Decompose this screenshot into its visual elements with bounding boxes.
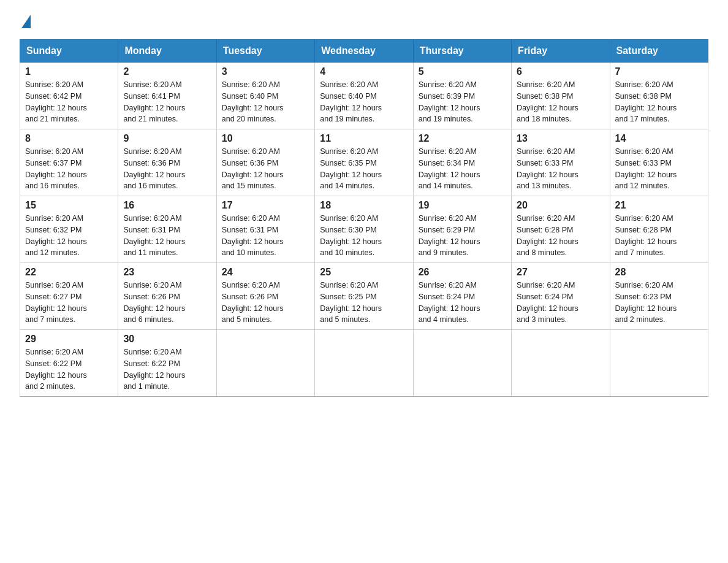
- day-info: Sunrise: 6:20 AMSunset: 6:33 PMDaylight:…: [615, 146, 703, 192]
- calendar-cell: 14 Sunrise: 6:20 AMSunset: 6:33 PMDaylig…: [610, 129, 708, 196]
- calendar-cell: 8 Sunrise: 6:20 AMSunset: 6:37 PMDayligh…: [20, 129, 118, 196]
- calendar-cell: [610, 330, 708, 397]
- calendar-cell: 11 Sunrise: 6:20 AMSunset: 6:35 PMDaylig…: [315, 129, 413, 196]
- col-header-tuesday: Tuesday: [216, 40, 314, 63]
- day-number: 2: [123, 66, 211, 77]
- calendar-cell: 24 Sunrise: 6:20 AMSunset: 6:26 PMDaylig…: [216, 263, 314, 330]
- day-number: 4: [320, 66, 408, 77]
- day-number: 8: [25, 133, 113, 144]
- day-number: 11: [320, 133, 408, 144]
- day-number: 22: [25, 267, 113, 278]
- calendar-cell: 19 Sunrise: 6:20 AMSunset: 6:29 PMDaylig…: [413, 196, 511, 263]
- day-number: 3: [222, 66, 309, 77]
- calendar-cell: 4 Sunrise: 6:20 AMSunset: 6:40 PMDayligh…: [315, 63, 413, 129]
- col-header-sunday: Sunday: [20, 40, 118, 63]
- day-number: 27: [517, 267, 604, 278]
- day-number: 25: [320, 267, 408, 278]
- calendar-cell: 20 Sunrise: 6:20 AMSunset: 6:28 PMDaylig…: [512, 196, 610, 263]
- day-info: Sunrise: 6:20 AMSunset: 6:26 PMDaylight:…: [222, 280, 309, 326]
- calendar-cell: 30 Sunrise: 6:20 AMSunset: 6:22 PMDaylig…: [118, 330, 216, 397]
- day-info: Sunrise: 6:20 AMSunset: 6:24 PMDaylight:…: [419, 280, 506, 326]
- col-header-thursday: Thursday: [413, 40, 511, 63]
- day-number: 24: [222, 267, 309, 278]
- day-info: Sunrise: 6:20 AMSunset: 6:32 PMDaylight:…: [25, 213, 113, 259]
- day-number: 29: [25, 334, 113, 345]
- calendar-cell: 15 Sunrise: 6:20 AMSunset: 6:32 PMDaylig…: [20, 196, 118, 263]
- day-info: Sunrise: 6:20 AMSunset: 6:31 PMDaylight:…: [222, 213, 309, 259]
- calendar-cell: 2 Sunrise: 6:20 AMSunset: 6:41 PMDayligh…: [118, 63, 216, 129]
- calendar-week-3: 15 Sunrise: 6:20 AMSunset: 6:32 PMDaylig…: [20, 196, 708, 263]
- calendar-week-4: 22 Sunrise: 6:20 AMSunset: 6:27 PMDaylig…: [20, 263, 708, 330]
- calendar-week-1: 1 Sunrise: 6:20 AMSunset: 6:42 PMDayligh…: [20, 63, 708, 129]
- calendar-cell: 21 Sunrise: 6:20 AMSunset: 6:28 PMDaylig…: [610, 196, 708, 263]
- calendar-table: SundayMondayTuesdayWednesdayThursdayFrid…: [20, 39, 708, 397]
- day-info: Sunrise: 6:20 AMSunset: 6:40 PMDaylight:…: [222, 79, 309, 125]
- day-number: 9: [123, 133, 211, 144]
- day-number: 17: [222, 200, 309, 211]
- calendar-cell: 22 Sunrise: 6:20 AMSunset: 6:27 PMDaylig…: [20, 263, 118, 330]
- calendar-cell: [216, 330, 314, 397]
- day-number: 18: [320, 200, 408, 211]
- calendar-cell: 25 Sunrise: 6:20 AMSunset: 6:25 PMDaylig…: [315, 263, 413, 330]
- col-header-monday: Monday: [118, 40, 216, 63]
- day-number: 16: [123, 200, 211, 211]
- day-info: Sunrise: 6:20 AMSunset: 6:28 PMDaylight:…: [517, 213, 604, 259]
- day-info: Sunrise: 6:20 AMSunset: 6:25 PMDaylight:…: [320, 280, 408, 326]
- day-info: Sunrise: 6:20 AMSunset: 6:27 PMDaylight:…: [25, 280, 113, 326]
- logo-arrow-icon: [21, 15, 31, 28]
- day-number: 20: [517, 200, 604, 211]
- logo: [20, 15, 32, 28]
- calendar-cell: 26 Sunrise: 6:20 AMSunset: 6:24 PMDaylig…: [413, 263, 511, 330]
- calendar-cell: 16 Sunrise: 6:20 AMSunset: 6:31 PMDaylig…: [118, 196, 216, 263]
- calendar-cell: 7 Sunrise: 6:20 AMSunset: 6:38 PMDayligh…: [610, 63, 708, 129]
- day-info: Sunrise: 6:20 AMSunset: 6:36 PMDaylight:…: [222, 146, 309, 192]
- day-info: Sunrise: 6:20 AMSunset: 6:22 PMDaylight:…: [25, 347, 113, 393]
- calendar-cell: [512, 330, 610, 397]
- day-number: 21: [615, 200, 703, 211]
- col-header-wednesday: Wednesday: [315, 40, 413, 63]
- day-number: 10: [222, 133, 309, 144]
- calendar-cell: 29 Sunrise: 6:20 AMSunset: 6:22 PMDaylig…: [20, 330, 118, 397]
- calendar-cell: 17 Sunrise: 6:20 AMSunset: 6:31 PMDaylig…: [216, 196, 314, 263]
- calendar-cell: 18 Sunrise: 6:20 AMSunset: 6:30 PMDaylig…: [315, 196, 413, 263]
- page-header: [20, 15, 708, 28]
- day-info: Sunrise: 6:20 AMSunset: 6:28 PMDaylight:…: [615, 213, 703, 259]
- calendar-cell: 6 Sunrise: 6:20 AMSunset: 6:38 PMDayligh…: [512, 63, 610, 129]
- calendar-cell: 5 Sunrise: 6:20 AMSunset: 6:39 PMDayligh…: [413, 63, 511, 129]
- day-info: Sunrise: 6:20 AMSunset: 6:26 PMDaylight:…: [123, 280, 211, 326]
- day-number: 13: [517, 133, 604, 144]
- day-number: 7: [615, 66, 703, 77]
- day-number: 14: [615, 133, 703, 144]
- day-info: Sunrise: 6:20 AMSunset: 6:35 PMDaylight:…: [320, 146, 408, 192]
- day-number: 6: [517, 66, 604, 77]
- col-header-saturday: Saturday: [610, 40, 708, 63]
- calendar-cell: [413, 330, 511, 397]
- day-number: 19: [419, 200, 506, 211]
- day-info: Sunrise: 6:20 AMSunset: 6:34 PMDaylight:…: [419, 146, 506, 192]
- day-info: Sunrise: 6:20 AMSunset: 6:38 PMDaylight:…: [615, 79, 703, 125]
- day-number: 26: [419, 267, 506, 278]
- col-header-friday: Friday: [512, 40, 610, 63]
- day-info: Sunrise: 6:20 AMSunset: 6:29 PMDaylight:…: [419, 213, 506, 259]
- calendar-cell: 13 Sunrise: 6:20 AMSunset: 6:33 PMDaylig…: [512, 129, 610, 196]
- day-info: Sunrise: 6:20 AMSunset: 6:37 PMDaylight:…: [25, 146, 113, 192]
- day-info: Sunrise: 6:20 AMSunset: 6:40 PMDaylight:…: [320, 79, 408, 125]
- day-info: Sunrise: 6:20 AMSunset: 6:23 PMDaylight:…: [615, 280, 703, 326]
- day-info: Sunrise: 6:20 AMSunset: 6:22 PMDaylight:…: [123, 347, 211, 393]
- day-info: Sunrise: 6:20 AMSunset: 6:42 PMDaylight:…: [25, 79, 113, 125]
- day-info: Sunrise: 6:20 AMSunset: 6:31 PMDaylight:…: [123, 213, 211, 259]
- day-number: 1: [25, 66, 113, 77]
- calendar-cell: [315, 330, 413, 397]
- calendar-week-2: 8 Sunrise: 6:20 AMSunset: 6:37 PMDayligh…: [20, 129, 708, 196]
- day-info: Sunrise: 6:20 AMSunset: 6:33 PMDaylight:…: [517, 146, 604, 192]
- day-number: 28: [615, 267, 703, 278]
- day-info: Sunrise: 6:20 AMSunset: 6:41 PMDaylight:…: [123, 79, 211, 125]
- calendar-cell: 10 Sunrise: 6:20 AMSunset: 6:36 PMDaylig…: [216, 129, 314, 196]
- day-info: Sunrise: 6:20 AMSunset: 6:30 PMDaylight:…: [320, 213, 408, 259]
- calendar-cell: 12 Sunrise: 6:20 AMSunset: 6:34 PMDaylig…: [413, 129, 511, 196]
- day-number: 15: [25, 200, 113, 211]
- calendar-cell: 3 Sunrise: 6:20 AMSunset: 6:40 PMDayligh…: [216, 63, 314, 129]
- day-number: 5: [419, 66, 506, 77]
- calendar-cell: 1 Sunrise: 6:20 AMSunset: 6:42 PMDayligh…: [20, 63, 118, 129]
- day-number: 12: [419, 133, 506, 144]
